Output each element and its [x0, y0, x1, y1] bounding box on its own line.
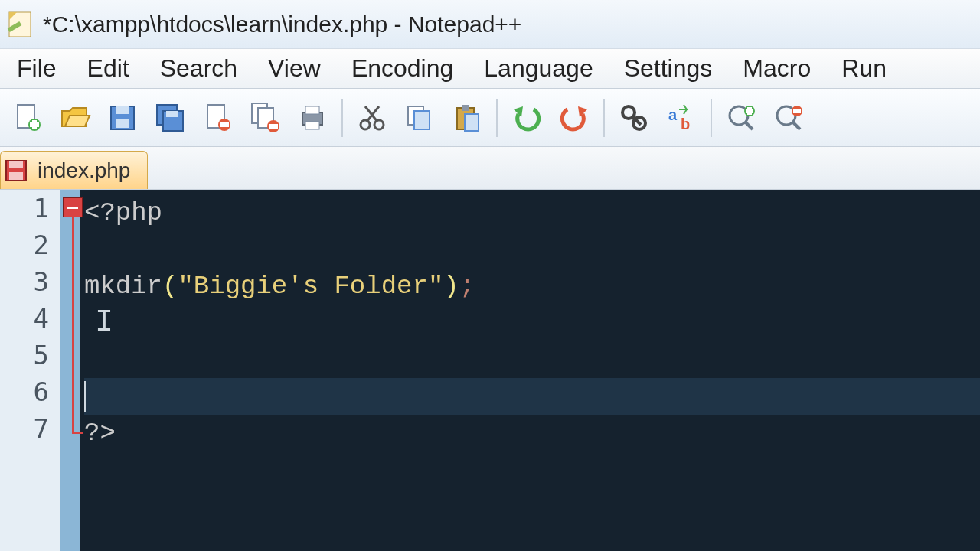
semicolon: ;	[459, 272, 475, 301]
svg-rect-27	[414, 111, 430, 129]
line-number: 7	[0, 410, 60, 447]
code-editor[interactable]: 1 2 3 4 5 6 7 <?php mkdir("Biggie's Fold…	[0, 190, 980, 551]
zoom-in-button[interactable]	[720, 96, 763, 139]
menu-run[interactable]: Run	[826, 53, 902, 84]
tab-label: index.php	[38, 158, 130, 183]
svg-point-23	[374, 120, 384, 129]
window-title: *C:\xampp\htdocs\learn\index.php - Notep…	[43, 11, 521, 37]
toolbar-separator	[603, 99, 605, 137]
svg-text:a: a	[668, 106, 678, 123]
print-button[interactable]	[291, 96, 334, 139]
current-line	[84, 378, 980, 415]
line-number: 6	[0, 373, 60, 410]
function-name: mkdir	[84, 272, 162, 301]
svg-rect-30	[465, 114, 479, 131]
string-literal: "Biggie's Folder"	[178, 272, 443, 301]
svg-rect-7	[116, 106, 129, 114]
menu-search[interactable]: Search	[145, 53, 253, 84]
menu-macro[interactable]: Macro	[727, 53, 826, 84]
code-line	[84, 341, 980, 378]
cursor-ibeam-icon: I	[95, 305, 113, 341]
code-area[interactable]: <?php mkdir("Biggie's Folder"); ?> I	[80, 190, 980, 551]
svg-rect-5	[30, 122, 39, 127]
line-number: 3	[0, 263, 60, 300]
toolbar: ab	[0, 89, 980, 147]
menu-encoding[interactable]: Encoding	[336, 53, 469, 84]
copy-button[interactable]	[398, 96, 441, 139]
tab-active[interactable]: index.php	[0, 151, 148, 189]
fold-guide	[72, 217, 74, 432]
svg-rect-21	[305, 122, 319, 129]
replace-button[interactable]: ab	[660, 96, 703, 139]
line-number: 1	[0, 190, 60, 227]
svg-point-31	[622, 106, 635, 119]
line-numbers: 1 2 3 4 5 6 7	[0, 190, 60, 551]
new-file-button[interactable]	[6, 96, 49, 139]
svg-rect-44	[793, 109, 801, 113]
svg-rect-46	[9, 161, 23, 168]
undo-button[interactable]	[505, 96, 548, 139]
svg-text:b: b	[681, 116, 690, 132]
code-line	[84, 305, 980, 341]
fold-column	[60, 190, 80, 551]
close-all-button[interactable]	[243, 96, 286, 139]
svg-rect-18	[269, 124, 278, 129]
svg-point-22	[361, 120, 370, 129]
menu-settings[interactable]: Settings	[609, 53, 728, 84]
paren: )	[443, 272, 459, 301]
menu-view[interactable]: View	[253, 53, 336, 84]
title-bar: *C:\xampp\htdocs\learn\index.php - Notep…	[0, 0, 980, 49]
line-number: 5	[0, 337, 60, 373]
toolbar-separator	[496, 99, 498, 137]
gutter: 1 2 3 4 5 6 7	[0, 190, 80, 551]
line-number: 2	[0, 227, 60, 263]
line-number: 4	[0, 300, 60, 337]
svg-rect-14	[220, 122, 229, 127]
save-button[interactable]	[101, 96, 144, 139]
modified-file-icon	[1, 155, 31, 186]
svg-line-42	[792, 122, 800, 129]
save-all-button[interactable]	[149, 96, 191, 139]
open-file-button[interactable]	[54, 96, 96, 139]
paste-button[interactable]	[446, 96, 488, 139]
php-close-tag: ?>	[84, 419, 116, 448]
svg-rect-29	[462, 105, 469, 111]
toolbar-separator	[710, 99, 712, 137]
svg-rect-40	[746, 109, 753, 113]
close-button[interactable]	[196, 96, 239, 139]
menu-edit[interactable]: Edit	[72, 53, 145, 84]
redo-button[interactable]	[553, 96, 596, 139]
code-line	[84, 231, 980, 268]
find-button[interactable]	[612, 96, 655, 139]
svg-rect-20	[305, 106, 319, 114]
svg-rect-47	[9, 172, 23, 180]
menu-file[interactable]: File	[2, 53, 72, 84]
cut-button[interactable]	[351, 96, 394, 139]
paren: (	[162, 272, 178, 301]
tab-bar: index.php	[0, 147, 980, 190]
app-icon	[5, 9, 35, 40]
menu-bar: File Edit Search View Encoding Language …	[0, 49, 980, 89]
php-open-tag: <?php	[84, 198, 162, 227]
zoom-out-button[interactable]	[767, 96, 810, 139]
svg-rect-8	[116, 119, 129, 128]
toolbar-separator	[341, 99, 343, 137]
svg-rect-11	[166, 111, 178, 117]
menu-language[interactable]: Language	[469, 53, 608, 84]
text-caret-icon	[84, 381, 86, 412]
svg-line-37	[745, 122, 753, 129]
